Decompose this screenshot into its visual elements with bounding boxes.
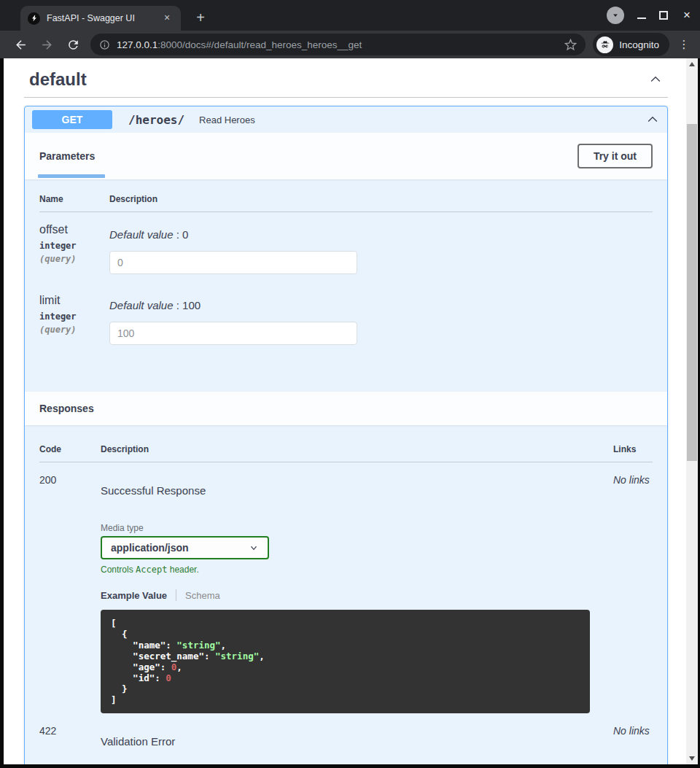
responses-table: Code Description Links 200 Successful Re… [25, 425, 667, 764]
scrollbar-thumb[interactable] [687, 124, 697, 461]
param-input-offset[interactable] [109, 251, 357, 274]
responses-title: Responses [39, 403, 94, 414]
param-location: (query) [39, 254, 109, 264]
media-type-value: application/json [111, 542, 249, 554]
param-name: offset [39, 223, 109, 236]
maximize-button[interactable] [659, 11, 668, 20]
response-row-200: 200 Successful Response Media type appli… [39, 462, 653, 713]
scroll-up-icon[interactable] [686, 58, 698, 70]
column-description: Description [109, 194, 653, 204]
accept-header-hint: Controls Accept header. [101, 565, 613, 575]
parameters-title: Parameters [39, 150, 95, 162]
tab-strip: FastAPI - Swagger UI × + × [0, 0, 700, 31]
tab-overview-button[interactable] [607, 7, 624, 24]
parameter-row-offset: offset integer (query) Default value : 0 [39, 212, 653, 274]
incognito-badge: Incognito [593, 33, 669, 56]
media-type-label: Media type [101, 523, 613, 533]
parameters-tab-indicator [38, 174, 105, 178]
browser-menu-icon[interactable]: ⋮ [678, 42, 690, 47]
window-controls: × [607, 0, 693, 31]
back-icon[interactable] [12, 36, 29, 53]
tag-section-header[interactable]: default [20, 69, 672, 90]
reload-icon[interactable] [64, 36, 82, 53]
column-links: Links [613, 444, 653, 454]
minimize-button[interactable] [637, 12, 646, 19]
tag-title: default [29, 69, 87, 90]
parameters-table-head: Name Description [39, 194, 653, 212]
parameters-table: Name Description offset integer (query) … [25, 179, 667, 392]
browser-tab[interactable]: FastAPI - Swagger UI × [20, 6, 181, 31]
method-badge: GET [32, 110, 112, 129]
tab-separator [176, 589, 176, 601]
tag-divider [24, 97, 668, 98]
incognito-icon [596, 36, 613, 53]
param-type: integer [39, 241, 109, 251]
page-info-icon[interactable] [99, 39, 110, 50]
endpoint-summary: Read Heroes [199, 115, 255, 125]
page-content: default GET /heroes/ Read Heroes [0, 58, 700, 768]
url-path: :8000/docs#/default/read_heroes_heroes__… [158, 39, 362, 50]
response-description: Validation Error [101, 735, 613, 748]
param-input-limit[interactable] [109, 322, 357, 345]
incognito-label: Incognito [619, 39, 659, 50]
param-type: integer [39, 311, 109, 322]
fastapi-favicon-icon [28, 12, 40, 25]
column-code: Code [39, 444, 101, 454]
tab-schema[interactable]: Schema [185, 590, 220, 601]
media-type-select[interactable]: application/json [101, 536, 269, 559]
media-type-block: Media type application/json Controls Acc… [101, 523, 613, 575]
response-code: 422 [39, 725, 101, 748]
tab-close-icon[interactable]: × [160, 12, 174, 25]
response-links: No links [613, 474, 653, 713]
chevron-up-icon [648, 72, 663, 87]
opblock-summary[interactable]: GET /heroes/ Read Heroes [25, 106, 667, 133]
param-default: Default value : 100 [109, 299, 653, 311]
browser-window: FastAPI - Swagger UI × + × 127.0.0.1: [0, 0, 700, 768]
forward-icon[interactable] [38, 36, 55, 53]
example-code: [ { "name": "string", "secret_name": "st… [101, 610, 590, 713]
chevron-up-icon [645, 112, 660, 127]
page-scrollbar[interactable] [686, 58, 698, 764]
url-host: 127.0.0.1 [117, 39, 158, 50]
column-description: Description [101, 444, 613, 454]
tab-title: FastAPI - Swagger UI [47, 13, 160, 23]
try-it-out-button[interactable]: Try it out [578, 144, 653, 168]
response-links: No links [613, 725, 653, 748]
chevron-down-icon [249, 543, 259, 553]
url-text: 127.0.0.1:8000/docs#/default/read_heroes… [117, 39, 559, 50]
responses-header: Responses [25, 392, 667, 425]
swagger-page: default GET /heroes/ Read Heroes [4, 58, 686, 764]
browser-toolbar: 127.0.0.1:8000/docs#/default/read_heroes… [0, 31, 700, 58]
scroll-down-icon[interactable] [686, 753, 698, 764]
new-tab-button[interactable]: + [191, 9, 210, 26]
param-name: limit [39, 294, 109, 307]
param-default: Default value : 0 [109, 228, 653, 241]
param-location: (query) [39, 325, 109, 335]
endpoint-path: /heroes/ [128, 113, 184, 127]
url-bar[interactable]: 127.0.0.1:8000/docs#/default/read_heroes… [90, 34, 586, 55]
column-name: Name [39, 194, 109, 204]
responses-table-head: Code Description Links [39, 444, 653, 462]
opblock-get-heroes: GET /heroes/ Read Heroes Parameters Try … [24, 106, 668, 764]
close-button[interactable]: × [681, 10, 693, 20]
tab-example-value[interactable]: Example Value [101, 590, 167, 601]
response-code: 200 [39, 474, 101, 713]
bookmark-star-icon[interactable] [564, 39, 577, 51]
response-description: Successful Response [101, 484, 613, 497]
parameter-row-limit: limit integer (query) Default value : 10… [39, 283, 653, 345]
model-example-tabs: Example Value Schema [101, 589, 613, 601]
parameters-header: Parameters Try it out [25, 133, 667, 179]
response-row-422: 422 Validation Error No links [39, 713, 653, 748]
